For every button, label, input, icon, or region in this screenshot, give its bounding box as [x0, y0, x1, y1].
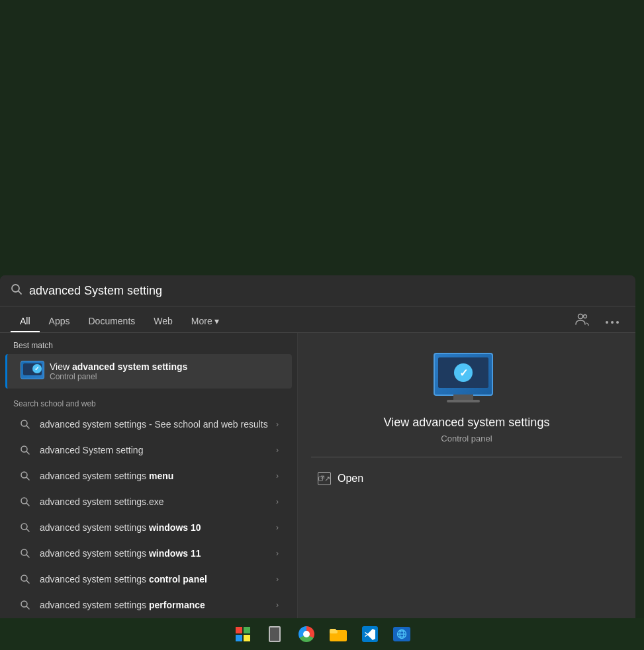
chevron-right-icon: ›: [276, 575, 279, 584]
search-result-text: advanced system settings control panel: [40, 573, 276, 585]
right-panel-subtitle: Control panel: [441, 434, 492, 443]
network-icon: [393, 627, 410, 641]
svg-line-14: [26, 503, 29, 506]
search-bar: [0, 275, 635, 306]
vscode-button[interactable]: [355, 620, 385, 649]
more-options-button[interactable]: [600, 311, 625, 330]
tab-all[interactable]: All: [11, 310, 40, 332]
search-icon: [11, 283, 23, 298]
chevron-down-icon: ▾: [214, 316, 219, 326]
search-result-icon: [19, 443, 32, 457]
svg-point-4: [606, 321, 608, 324]
svg-line-16: [26, 529, 29, 532]
search-input[interactable]: [29, 284, 625, 298]
search-result-icon: [19, 598, 32, 612]
search-result-item[interactable]: advanced system settings.exe ›: [5, 489, 292, 514]
search-result-text: advanced system settings performance: [40, 599, 276, 611]
folder-icon: [330, 627, 347, 641]
svg-line-22: [26, 606, 29, 609]
svg-line-10: [26, 451, 29, 454]
svg-line-8: [26, 426, 29, 428]
app-icon-large: ✓: [434, 353, 500, 402]
search-result-item[interactable]: advanced system settings windows 11 ›: [5, 541, 292, 566]
search-result-text: advanced system settings.exe: [40, 496, 276, 508]
search-result-text: advanced system settings menu: [40, 470, 276, 482]
search-result-text: advanced system settings - See school an…: [40, 418, 276, 430]
tabs-bar: All Apps Documents Web More ▾: [0, 306, 635, 333]
chevron-right-icon: ›: [276, 523, 279, 532]
file-explorer-button[interactable]: [324, 620, 353, 649]
best-match-icon: ✓: [21, 361, 42, 382]
svg-line-12: [26, 477, 29, 480]
checkmark-icon: ✓: [454, 363, 473, 382]
search-result-icon: [19, 418, 32, 431]
tab-web[interactable]: Web: [144, 310, 182, 332]
tab-apps[interactable]: Apps: [40, 310, 79, 332]
search-result-item[interactable]: advanced system settings menu ›: [5, 463, 292, 488]
left-panel: Best match ✓ View advanced system settin…: [0, 333, 298, 618]
tab-more[interactable]: More ▾: [182, 310, 228, 332]
search-result-text: advanced system settings windows 10: [40, 522, 276, 534]
svg-line-18: [26, 555, 29, 557]
chrome-icon: [299, 626, 314, 642]
search-result-icon: [19, 573, 32, 586]
chevron-right-icon: ›: [276, 471, 279, 481]
search-overlay: All Apps Documents Web More ▾: [0, 275, 635, 618]
search-result-item[interactable]: advanced system settings control panel ›: [5, 567, 292, 592]
chevron-right-icon: ›: [276, 445, 279, 455]
start-button[interactable]: [228, 620, 257, 649]
search-result-icon: [19, 495, 32, 508]
chevron-right-icon: ›: [276, 420, 279, 429]
chevron-right-icon: ›: [276, 600, 279, 610]
best-match-text: View advanced system settings Control pa…: [50, 361, 279, 381]
chevron-right-icon: ›: [276, 549, 279, 558]
taskbar: [0, 618, 644, 650]
svg-line-20: [26, 580, 29, 583]
right-panel: ✓ View advanced system settings Control …: [298, 333, 635, 618]
search-result-icon: [19, 547, 32, 560]
best-match-title: View advanced system settings: [50, 361, 279, 372]
network-button[interactable]: [387, 620, 416, 649]
tabs-right-actions: [569, 309, 625, 332]
search-result-text: advanced System setting: [40, 444, 276, 456]
tablet-button[interactable]: [260, 620, 289, 649]
tablet-icon: [269, 626, 281, 642]
people-icon-button[interactable]: [569, 309, 594, 332]
search-result-icon: [19, 469, 32, 483]
windows-logo-icon: [236, 627, 250, 641]
right-panel-title: View advanced system settings: [384, 416, 550, 430]
chevron-right-icon: ›: [276, 497, 279, 506]
svg-rect-27: [330, 629, 336, 631]
main-content: Best match ✓ View advanced system settin…: [0, 333, 635, 618]
search-result-item[interactable]: advanced system settings - See school an…: [5, 412, 292, 437]
vscode-icon: [362, 626, 378, 642]
best-match-label: Best match: [0, 333, 297, 354]
divider: [311, 457, 622, 457]
best-match-subtitle: Control panel: [50, 372, 279, 381]
search-result-item[interactable]: advanced System setting ›: [5, 438, 292, 463]
tab-documents[interactable]: Documents: [79, 310, 144, 332]
svg-rect-23: [319, 477, 323, 481]
best-match-item[interactable]: ✓ View advanced system settings Control …: [5, 354, 292, 389]
svg-point-5: [611, 321, 614, 324]
svg-point-6: [616, 321, 619, 324]
svg-point-3: [584, 315, 587, 318]
search-result-icon: [19, 521, 32, 534]
search-result-item[interactable]: advanced system settings windows 10 ›: [5, 515, 292, 540]
external-link-icon: [318, 472, 331, 485]
svg-line-1: [19, 291, 21, 294]
chrome-button[interactable]: [292, 620, 321, 649]
search-school-label: Search school and web: [0, 391, 297, 411]
svg-point-2: [578, 314, 583, 319]
search-result-item[interactable]: advanced system settings performance ›: [5, 592, 292, 618]
open-button[interactable]: Open: [311, 468, 622, 489]
search-result-text: advanced system settings windows 11: [40, 547, 276, 559]
